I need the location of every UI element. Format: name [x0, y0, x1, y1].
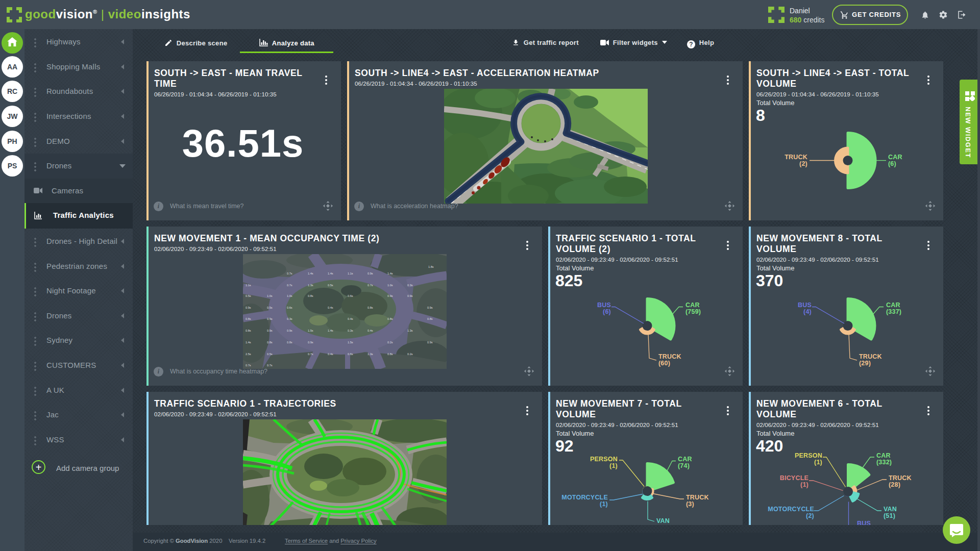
svg-text:1.5s: 1.5s — [348, 341, 353, 344]
svg-text:0.8s: 0.8s — [267, 341, 273, 344]
svg-text:1.0s: 1.0s — [387, 284, 393, 287]
svg-text:0.7s: 0.7s — [287, 272, 292, 275]
svg-text:0.5s: 0.5s — [328, 284, 333, 287]
svg-text:0.7s: 0.7s — [267, 364, 273, 367]
svg-text:1.4s: 1.4s — [308, 272, 313, 275]
svg-text:0.4s: 0.4s — [328, 306, 333, 309]
svg-text:0.8s: 0.8s — [368, 306, 373, 309]
svg-text:1.0s: 1.0s — [287, 294, 292, 297]
svg-text:0.8s: 0.8s — [387, 317, 393, 320]
svg-text:0.8s: 0.8s — [246, 317, 251, 320]
svg-text:1.4s: 1.4s — [328, 329, 333, 332]
svg-text:0.9s: 0.9s — [246, 306, 251, 309]
svg-text:0.8s: 0.8s — [246, 329, 251, 332]
svg-text:0.9s: 0.9s — [308, 341, 313, 344]
svg-text:0.9s: 0.9s — [427, 341, 433, 344]
svg-text:0.7s: 0.7s — [308, 353, 313, 356]
svg-text:0.4s: 0.4s — [348, 317, 353, 320]
svg-text:0.9s: 0.9s — [427, 306, 433, 309]
svg-text:1.4s: 1.4s — [246, 341, 251, 344]
svg-text:0.2s: 0.2s — [387, 341, 393, 344]
svg-text:1.3s: 1.3s — [407, 329, 413, 332]
svg-text:0.7s: 0.7s — [287, 284, 292, 287]
svg-text:0.5s: 0.5s — [267, 317, 273, 320]
svg-text:0.9s: 0.9s — [387, 294, 393, 297]
svg-text:0.3s: 0.3s — [348, 329, 353, 332]
svg-text:0.5s: 0.5s — [267, 306, 273, 309]
svg-text:1.3s: 1.3s — [308, 284, 313, 287]
svg-text:0.5s: 0.5s — [246, 294, 251, 297]
svg-text:0.9s: 0.9s — [287, 329, 292, 332]
svg-text:0.6s: 0.6s — [287, 306, 292, 309]
svg-text:0.4s: 0.4s — [368, 329, 373, 332]
svg-text:0.9s: 0.9s — [368, 272, 373, 275]
svg-text:1.8s: 1.8s — [428, 265, 434, 268]
svg-text:0.4s: 0.4s — [328, 353, 333, 356]
svg-text:1.1s: 1.1s — [246, 284, 251, 287]
svg-text:2.5s: 2.5s — [246, 353, 251, 356]
svg-text:1.1s: 1.1s — [348, 272, 353, 275]
svg-text:0.9s: 0.9s — [407, 294, 413, 297]
svg-text:0.8s: 0.8s — [308, 294, 313, 297]
svg-text:0.8s: 0.8s — [287, 341, 292, 344]
svg-text:1.3s: 1.3s — [368, 353, 373, 356]
svg-text:0.2s: 0.2s — [407, 353, 413, 356]
svg-text:0.8s: 0.8s — [387, 353, 393, 356]
svg-text:0.5s: 0.5s — [267, 353, 273, 356]
svg-text:0.3s: 0.3s — [407, 284, 413, 287]
svg-text:0.6s: 0.6s — [348, 353, 353, 356]
svg-text:1.4s: 1.4s — [328, 272, 333, 275]
svg-text:0.7s: 0.7s — [368, 284, 373, 287]
svg-text:0.8s: 0.8s — [427, 317, 433, 320]
svg-text:1.0s: 1.0s — [267, 294, 273, 297]
svg-text:0.6s: 0.6s — [348, 294, 353, 297]
svg-text:1.5s: 1.5s — [308, 329, 313, 332]
svg-text:0.9s: 0.9s — [267, 329, 273, 332]
svg-text:0.3s: 0.3s — [287, 317, 292, 320]
svg-text:1.4s: 1.4s — [387, 272, 393, 275]
